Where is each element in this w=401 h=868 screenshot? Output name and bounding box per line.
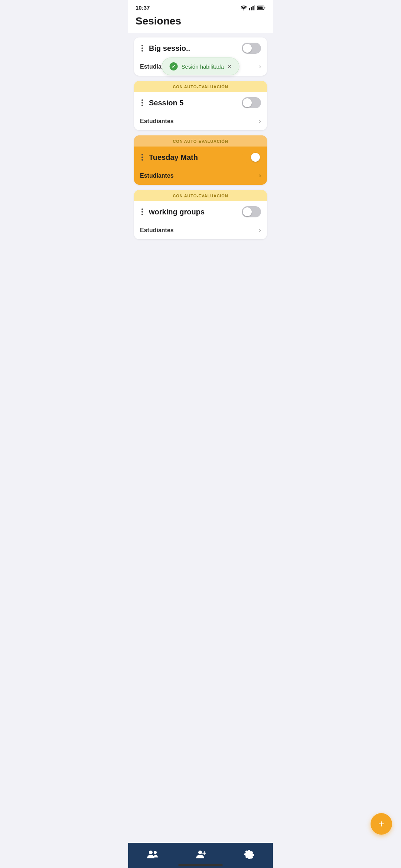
- session-footer[interactable]: Estudiantes ›: [134, 167, 267, 185]
- auto-eval-banner: CON AUTO-EVALUACIÓN: [134, 190, 267, 201]
- auto-eval-banner-active: CON AUTO-EVALUACIÓN: [134, 135, 267, 147]
- session-menu-dots[interactable]: [140, 207, 144, 217]
- session-toggle[interactable]: [242, 97, 261, 108]
- session-row: Tuesday Math: [140, 152, 261, 163]
- session-card-tuesday-math: CON AUTO-EVALUACIÓN Tuesday Math Estudia…: [134, 135, 267, 185]
- session-footer[interactable]: Estudiantes ›: [134, 113, 267, 130]
- svg-rect-0: [249, 8, 250, 10]
- svg-rect-5: [258, 6, 263, 9]
- session-name: working groups: [149, 208, 205, 216]
- signal-icon: [249, 5, 255, 10]
- session-menu-dots[interactable]: [140, 98, 144, 108]
- chevron-right-icon: ›: [259, 172, 261, 180]
- estudiantes-label: Estudiantes: [140, 227, 174, 234]
- session-toggle[interactable]: [242, 43, 261, 54]
- auto-eval-text: CON AUTO-EVALUACIÓN: [173, 194, 228, 198]
- estudiantes-label: Estudiantes: [140, 118, 174, 125]
- auto-eval-text: CON AUTO-EVALUACIÓN: [173, 85, 228, 89]
- session-row: Big sessio..: [140, 43, 261, 54]
- session-toggle[interactable]: [242, 206, 261, 217]
- svg-rect-1: [251, 7, 252, 10]
- estudiantes-label: Estudiantes: [140, 172, 174, 179]
- session-card-session-5: CON AUTO-EVALUACIÓN Session 5 Estudiante…: [134, 81, 267, 130]
- status-time: 10:37: [136, 4, 150, 11]
- status-icons: [240, 5, 265, 10]
- session-toggle[interactable]: [242, 152, 261, 163]
- session-body: working groups: [134, 201, 267, 217]
- session-body: Session 5: [134, 92, 267, 108]
- toast-notification: Sesión habilitada ×: [162, 57, 239, 75]
- toast-message: Sesión habilitada: [182, 63, 224, 70]
- session-row: Session 5: [140, 97, 261, 108]
- session-row: working groups: [140, 206, 261, 217]
- session-menu-dots[interactable]: [140, 43, 144, 53]
- chevron-right-icon: ›: [259, 226, 261, 234]
- session-body: Tuesday Math: [134, 147, 267, 163]
- session-menu-dots[interactable]: [140, 152, 144, 162]
- session-footer[interactable]: Estudiantes ›: [134, 222, 267, 239]
- chevron-right-icon: ›: [259, 63, 261, 70]
- session-name: Tuesday Math: [149, 153, 198, 162]
- page-title: Sesiones: [136, 15, 265, 27]
- session-body: Big sessio..: [134, 37, 267, 54]
- battery-icon: [257, 6, 265, 10]
- session-card-working-groups: CON AUTO-EVALUACIÓN working groups Estud…: [134, 190, 267, 239]
- auto-eval-text: CON AUTO-EVALUACIÓN: [173, 139, 228, 144]
- auto-eval-banner: CON AUTO-EVALUACIÓN: [134, 81, 267, 92]
- toast-check-icon: [170, 62, 178, 70]
- session-name: Session 5: [149, 99, 183, 107]
- wifi-icon: [240, 5, 247, 10]
- svg-rect-2: [252, 6, 254, 10]
- svg-rect-3: [254, 5, 255, 10]
- session-name: Big sessio..: [149, 44, 190, 53]
- page-header: Sesiones: [128, 12, 273, 33]
- toast-close-button[interactable]: ×: [228, 63, 232, 70]
- status-bar: 10:37: [128, 0, 273, 12]
- chevron-right-icon: ›: [259, 117, 261, 125]
